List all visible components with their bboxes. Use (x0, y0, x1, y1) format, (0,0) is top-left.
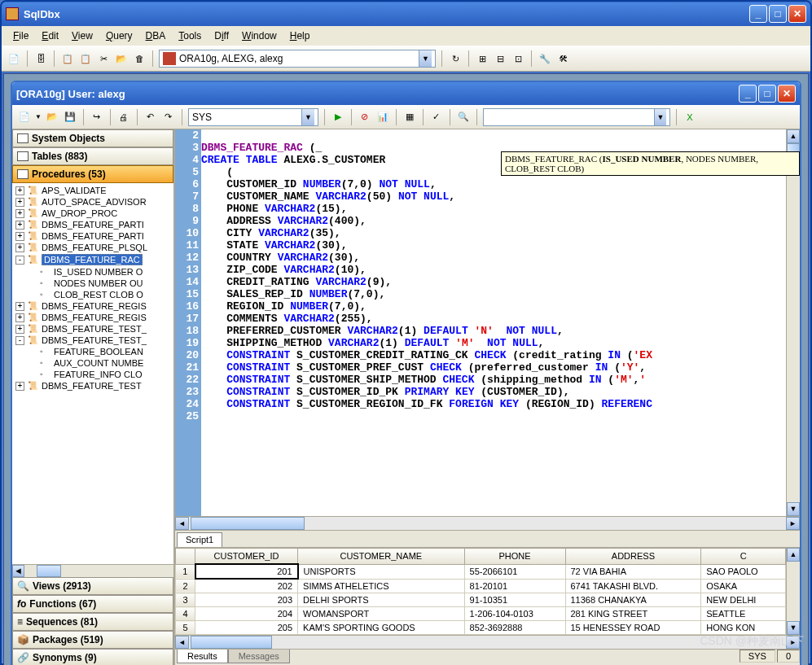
code-area[interactable]: DBMS_FEATURE_RAC (_ CREATE TABLE ALEXG.S… (201, 129, 786, 516)
new-connection-icon[interactable]: 📄 (7, 51, 21, 66)
expand-icon[interactable]: + (15, 221, 24, 230)
search-combo[interactable]: ▼ (483, 108, 670, 126)
col-header[interactable]: C (701, 549, 786, 565)
cell[interactable]: 81-20101 (464, 579, 565, 593)
cell[interactable]: SAO PAOLO (701, 564, 786, 579)
tab-results[interactable]: Results (177, 650, 228, 663)
cell[interactable]: 202 (195, 579, 298, 593)
col-header[interactable]: CUSTOMER_ID (195, 549, 298, 565)
doc-close-button[interactable]: ✕ (778, 85, 796, 103)
tree-node[interactable]: ◦NODES NUMBER OU (14, 278, 172, 289)
menu-diff[interactable]: Diff (209, 28, 234, 43)
cell[interactable]: 1-206-104-0103 (464, 607, 565, 621)
print-icon[interactable]: 🖨 (116, 110, 131, 125)
schema-combo[interactable]: SYS ▼ (188, 108, 318, 126)
expand-icon[interactable]: + (15, 243, 24, 252)
tile-h-icon[interactable]: ⊟ (493, 51, 507, 66)
tree-node[interactable]: -📜DBMS_FEATURE_TEST_ (14, 335, 172, 346)
cat-system-objects[interactable]: System Objects (12, 129, 173, 147)
grid-vscroll[interactable]: ▲▼ (786, 548, 800, 635)
row-header[interactable]: 5 (176, 621, 195, 635)
expand-icon[interactable]: - (15, 256, 24, 265)
stop-icon[interactable]: ⊘ (358, 110, 372, 125)
cell[interactable]: 55-2066101 (464, 564, 565, 579)
excel-icon[interactable]: X (683, 110, 697, 125)
menu-query[interactable]: Query (101, 28, 138, 43)
cell[interactable]: NEW DELHI (701, 593, 786, 607)
table-row[interactable]: 1201UNISPORTS55-206610172 VIA BAHIASAO P… (176, 564, 786, 579)
undo-icon[interactable]: ↶ (143, 110, 158, 125)
cell[interactable]: 281 KING STREET (565, 607, 701, 621)
plan-icon[interactable]: 📊 (375, 110, 390, 125)
menu-view[interactable]: View (67, 28, 98, 43)
col-header[interactable]: CUSTOMER_NAME (298, 549, 464, 565)
col-header[interactable] (176, 549, 195, 565)
cell[interactable]: 205 (195, 621, 298, 635)
open-script-icon[interactable]: 📂 (45, 110, 59, 125)
tile-v-icon[interactable]: ⊡ (511, 51, 525, 66)
cat-sequences[interactable]: ≡Sequences (81) (12, 613, 173, 631)
redo-icon[interactable]: ↷ (161, 110, 176, 125)
col-header[interactable]: ADDRESS (565, 549, 701, 565)
tab-messages[interactable]: Messages (228, 650, 290, 663)
minimize-button[interactable]: _ (749, 5, 767, 23)
find-icon[interactable]: 🔍 (456, 110, 471, 125)
expand-icon[interactable]: + (15, 325, 24, 334)
sql-editor[interactable]: 2345678910111213141516171819202122232425… (175, 129, 800, 516)
menu-help[interactable]: Help (285, 28, 315, 43)
row-header[interactable]: 1 (176, 564, 195, 579)
paste-icon[interactable]: 📋 (78, 51, 93, 66)
cat-packages[interactable]: 📦Packages (519) (12, 631, 173, 649)
cat-views[interactable]: 🔍Views (2913) (12, 577, 173, 595)
tab-script1[interactable]: Script1 (177, 532, 222, 547)
tree-node[interactable]: +📜DBMS_FEATURE_TEST (14, 380, 172, 392)
tree-node[interactable]: ◦AUX_COUNT NUMBE (14, 357, 172, 369)
menu-file[interactable]: File (8, 28, 33, 43)
row-header[interactable]: 2 (176, 579, 195, 593)
results-grid[interactable]: CUSTOMER_IDCUSTOMER_NAMEPHONEADDRESSC120… (175, 548, 800, 635)
connection-combo[interactable]: ORA10g, ALEXG, alexg ▼ (159, 50, 436, 68)
cell[interactable]: 203 (195, 593, 298, 607)
cell[interactable]: SEATTLE (701, 607, 786, 621)
cell[interactable]: 204 (195, 607, 298, 621)
cell[interactable]: 91-10351 (464, 593, 565, 607)
grid-icon[interactable]: ▦ (402, 110, 417, 125)
tree-node[interactable]: +📜AW_DROP_PROC (14, 208, 172, 219)
tree-node[interactable]: +📜APS_VALIDATE (14, 185, 172, 196)
open-icon[interactable]: 📂 (114, 51, 129, 66)
expand-icon[interactable]: + (15, 232, 24, 241)
cell[interactable]: 852-3692888 (464, 621, 565, 635)
tree-node[interactable]: +📜DBMS_FEATURE_PLSQL (14, 242, 172, 253)
menu-edit[interactable]: Edit (37, 28, 64, 43)
tree-node[interactable]: ◦FEATURE_BOOLEAN (14, 346, 172, 357)
maximize-button[interactable]: □ (769, 5, 787, 23)
chevron-down-icon[interactable]: ▼ (654, 109, 666, 125)
tree-node[interactable]: +📜DBMS_FEATURE_PARTI (14, 219, 172, 230)
expand-icon[interactable]: + (15, 198, 24, 207)
row-header[interactable]: 4 (176, 607, 195, 621)
chevron-down-icon[interactable]: ▼ (301, 109, 314, 125)
delete-icon[interactable]: 🗑 (132, 51, 147, 66)
menu-window[interactable]: Window (237, 28, 282, 43)
chevron-down-icon[interactable]: ▼ (419, 50, 432, 67)
cascade-icon[interactable]: ⊞ (475, 51, 489, 66)
tree-view[interactable]: +📜APS_VALIDATE+📜AUTO_SPACE_ADVISOR+📜AW_D… (12, 183, 173, 564)
tree-node[interactable]: +📜DBMS_FEATURE_REGIS (14, 312, 172, 323)
tools-icon[interactable]: 🛠 (555, 51, 570, 66)
doc-minimize-button[interactable]: _ (739, 85, 757, 103)
row-header[interactable]: 3 (176, 593, 195, 607)
search-input[interactable] (487, 112, 654, 123)
tree-node[interactable]: +📜DBMS_FEATURE_TEST_ (14, 323, 172, 335)
doc-maximize-button[interactable]: □ (758, 85, 776, 103)
cat-synonyms[interactable]: 🔗Synonyms (9) (12, 649, 173, 665)
menu-dba[interactable]: DBA (141, 28, 171, 43)
expand-icon[interactable]: + (15, 209, 24, 218)
editor-hscroll[interactable]: ◄► (175, 516, 800, 530)
save-icon[interactable]: 💾 (63, 110, 77, 125)
expand-icon[interactable]: + (15, 186, 24, 195)
col-header[interactable]: PHONE (464, 549, 565, 565)
tree-node[interactable]: +📜DBMS_FEATURE_PARTI (14, 230, 172, 242)
editor-vscroll[interactable]: ▲▼ (786, 129, 800, 516)
cell[interactable]: DELHI SPORTS (298, 593, 464, 607)
cell[interactable]: 6741 TAKASHI BLVD. (565, 579, 701, 593)
